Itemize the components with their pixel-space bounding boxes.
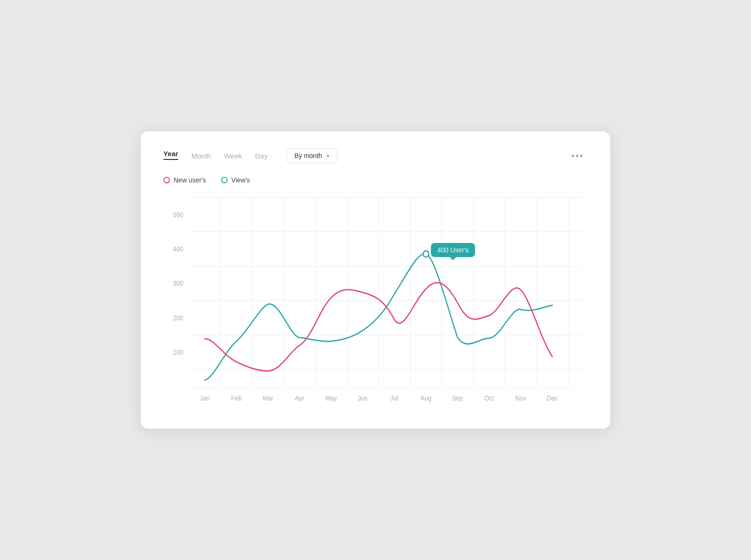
- svg-text:Mar: Mar: [263, 394, 274, 402]
- svg-text:500: 500: [173, 211, 183, 219]
- svg-text:Jun: Jun: [358, 394, 368, 402]
- chevron-down-icon: ▾: [327, 153, 330, 159]
- svg-text:Nov: Nov: [515, 394, 526, 402]
- chart-area: .grid-line { stroke: #e8f0f0; stroke-wid…: [163, 192, 588, 410]
- main-card: Year Month Week Day By month ▾ ••• New u…: [141, 131, 610, 429]
- svg-text:200: 200: [173, 314, 183, 322]
- svg-text:Aug: Aug: [421, 394, 431, 402]
- legend-label-new-users: New user's: [174, 176, 206, 184]
- legend-label-views: View's: [231, 176, 250, 184]
- svg-text:300: 300: [173, 280, 183, 288]
- svg-text:400: 400: [173, 245, 183, 253]
- legend-views: View's: [221, 176, 250, 184]
- svg-text:May: May: [325, 394, 337, 402]
- svg-text:Sep: Sep: [452, 394, 463, 402]
- svg-text:Oct: Oct: [484, 394, 494, 402]
- dropdown-label: By month: [294, 152, 322, 159]
- svg-text:Jul: Jul: [391, 394, 398, 402]
- svg-text:100: 100: [173, 349, 183, 356]
- line-chart: .grid-line { stroke: #e8f0f0; stroke-wid…: [163, 192, 588, 408]
- tooltip-dot: [423, 251, 429, 257]
- svg-text:Dec: Dec: [547, 394, 558, 402]
- legend-dot-teal: [221, 177, 228, 183]
- tab-week[interactable]: Week: [224, 152, 242, 162]
- svg-text:Feb: Feb: [231, 394, 242, 402]
- tab-year[interactable]: Year: [163, 150, 178, 162]
- svg-text:Apr: Apr: [295, 394, 305, 402]
- more-options-button[interactable]: •••: [567, 149, 588, 163]
- tab-day[interactable]: Day: [255, 152, 268, 162]
- svg-text:Jan: Jan: [200, 394, 210, 402]
- chart-legend: New user's View's: [163, 176, 588, 184]
- time-tabs: Year Month Week Day: [163, 150, 268, 162]
- legend-dot-pink: [163, 177, 170, 183]
- tab-month[interactable]: Month: [192, 152, 211, 162]
- filter-dropdown[interactable]: By month ▾: [286, 148, 337, 163]
- legend-new-users: New user's: [163, 176, 206, 184]
- toolbar: Year Month Week Day By month ▾ •••: [163, 148, 588, 163]
